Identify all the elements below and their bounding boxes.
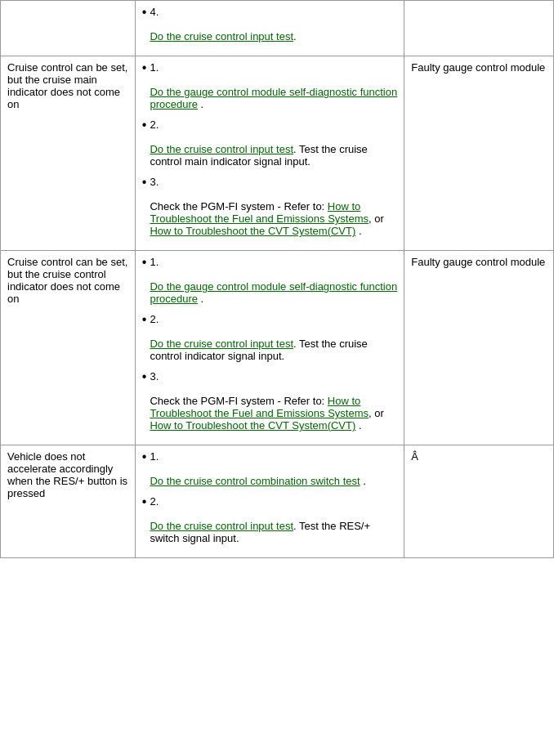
bullet: • bbox=[142, 61, 147, 74]
link-after: . bbox=[355, 225, 361, 237]
combo-switch-test-link[interactable]: Do the cruise control combination switch… bbox=[150, 475, 360, 487]
procedure-cell: • 1. Do the gauge control module self-di… bbox=[135, 56, 404, 251]
link-after: . bbox=[198, 98, 203, 110]
symptom-cell: Cruise control can be set, but the cruis… bbox=[1, 56, 136, 251]
procedure-cell: • 4. Do the cruise control input test. bbox=[135, 1, 404, 56]
cruise-control-input-test-link-2[interactable]: Do the cruise control input test bbox=[150, 338, 293, 350]
procedure-content: 1. Do the gauge control module self-diag… bbox=[150, 256, 397, 305]
step-number: 4. bbox=[150, 6, 159, 18]
step-text: Check the PGM-FI system - Refer to: bbox=[150, 395, 327, 407]
symptom-text: Cruise control can be set, but the cruis… bbox=[7, 61, 127, 110]
bullet: • bbox=[142, 256, 147, 269]
link-after: . bbox=[293, 30, 297, 42]
cause-cell: Â bbox=[404, 445, 554, 558]
cruise-control-input-test-link-top[interactable]: Do the cruise control input test bbox=[150, 30, 293, 42]
bullet: • bbox=[142, 6, 147, 19]
symptom-text: Cruise control can be set, but the cruis… bbox=[7, 256, 127, 305]
link-separator: , or bbox=[369, 407, 384, 419]
gauge-module-self-diag-link-2[interactable]: Do the gauge control module self-diagnos… bbox=[150, 280, 397, 305]
step-number: 1. bbox=[150, 256, 159, 268]
cvt-system-link-1[interactable]: How to Troubleshoot the CVT System(CVT) bbox=[150, 225, 355, 237]
procedure-cell: • 1. Do the cruise control combination s… bbox=[135, 445, 404, 558]
link-separator: , or bbox=[369, 212, 384, 225]
cvt-system-link-2[interactable]: How to Troubleshoot the CVT System(CVT) bbox=[150, 419, 355, 432]
bullet: • bbox=[142, 495, 147, 508]
bullet: • bbox=[142, 313, 147, 326]
cause-text: Faulty gauge control module bbox=[411, 256, 545, 268]
cause-text: Faulty gauge control module bbox=[411, 61, 545, 74]
bullet: • bbox=[142, 450, 147, 463]
procedure-content: 2. Do the cruise control input test. Tes… bbox=[150, 313, 397, 362]
procedure-content: 1. Do the cruise control combination swi… bbox=[150, 450, 397, 487]
table-row: Vehicle does not accelerate accordingly … bbox=[1, 445, 554, 558]
step-number: 2. bbox=[150, 495, 159, 508]
cruise-control-input-test-link-1[interactable]: Do the cruise control input test bbox=[150, 143, 293, 155]
step-number: 3. bbox=[150, 176, 159, 188]
cause-cell: Faulty gauge control module bbox=[404, 251, 554, 445]
link-after: . bbox=[360, 475, 366, 487]
table-row: • 4. Do the cruise control input test. bbox=[1, 1, 554, 56]
symptom-cell: Vehicle does not accelerate accordingly … bbox=[1, 445, 136, 558]
step-number: 3. bbox=[150, 370, 159, 382]
procedure-content: 3. Check the PGM-FI system - Refer to: H… bbox=[150, 370, 397, 432]
link-after: . bbox=[355, 419, 361, 432]
symptom-text: Vehicle does not accelerate accordingly … bbox=[7, 450, 127, 499]
step-number: 2. bbox=[150, 119, 159, 131]
table-row: Cruise control can be set, but the cruis… bbox=[1, 56, 554, 251]
step-number: 2. bbox=[150, 313, 159, 325]
procedure-content: 3. Check the PGM-FI system - Refer to: H… bbox=[150, 176, 397, 237]
table-row: Cruise control can be set, but the cruis… bbox=[1, 251, 554, 445]
symptom-cell: Cruise control can be set, but the cruis… bbox=[1, 251, 136, 445]
procedure-content: 4. Do the cruise control input test. bbox=[150, 6, 397, 42]
bullet: • bbox=[142, 176, 147, 189]
bullet: • bbox=[142, 119, 147, 132]
cruise-control-input-test-link-3[interactable]: Do the cruise control input test bbox=[150, 520, 293, 532]
gauge-module-self-diag-link-1[interactable]: Do the gauge control module self-diagnos… bbox=[150, 86, 397, 110]
step-number: 1. bbox=[150, 61, 159, 74]
bullet: • bbox=[142, 370, 147, 383]
procedure-content: 2. Do the cruise control input test. Tes… bbox=[150, 119, 397, 168]
link-after: . bbox=[198, 293, 203, 305]
procedure-content: 2. Do the cruise control input test. Tes… bbox=[150, 495, 397, 544]
symptom-cell bbox=[1, 1, 136, 56]
cause-cell: Faulty gauge control module bbox=[404, 56, 554, 251]
procedure-cell: • 1. Do the gauge control module self-di… bbox=[135, 251, 404, 445]
procedure-content: 1. Do the gauge control module self-diag… bbox=[150, 61, 397, 110]
cause-cell bbox=[404, 1, 554, 56]
step-number: 1. bbox=[150, 450, 159, 463]
step-text: Check the PGM-FI system - Refer to: bbox=[150, 200, 327, 212]
cause-text: Â bbox=[411, 450, 418, 463]
